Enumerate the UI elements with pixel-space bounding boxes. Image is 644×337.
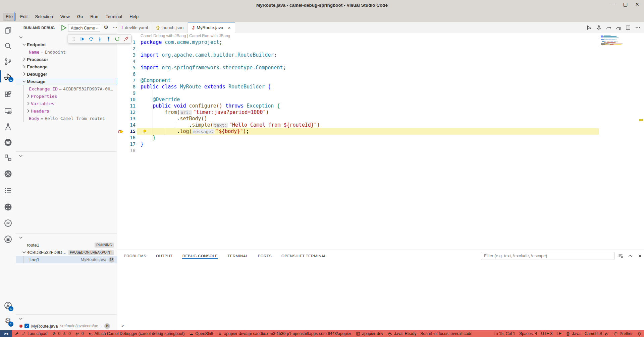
call-stack-row-route1[interactable]: route1RUNNING (16, 241, 117, 249)
debug-console-filter-input[interactable] (481, 252, 614, 260)
code-line-12[interactable]: from(uri:"timer:java?period=1000") (141, 109, 320, 116)
gear-icon[interactable]: ⚙ (104, 25, 108, 30)
code-line-3[interactable]: import org.apache.camel.builder.RouteBui… (141, 52, 320, 58)
step-out-button[interactable] (104, 35, 112, 43)
rocket-icon[interactable] (596, 25, 602, 30)
variable-row-properties[interactable]: Properties (16, 92, 117, 100)
breakpoints-section-header[interactable] (16, 315, 117, 322)
line-number[interactable]: 16 (117, 135, 136, 141)
status-camel-ls[interactable]: Camel LS (583, 330, 611, 337)
line-number[interactable]: 4 (117, 58, 136, 65)
activity-remote-explorer[interactable] (0, 104, 16, 118)
lightbulb-icon[interactable] (142, 129, 147, 134)
status-language-mode[interactable]: {}Java (563, 330, 582, 337)
line-number[interactable]: 5 (117, 65, 136, 71)
variable-row-variables[interactable]: Variables (16, 100, 117, 107)
more-actions-icon[interactable]: ⋯ (112, 25, 117, 30)
activity-references[interactable] (0, 151, 16, 164)
status-sonarlint[interactable]: SonarLint focus: overall code (418, 330, 474, 337)
close-icon[interactable]: ✕ (635, 1, 639, 7)
code-editor[interactable]: Camel Debug with JBang | Camel Run with … (117, 33, 644, 250)
step-into-button[interactable] (96, 35, 104, 43)
line-numbers-gutter[interactable]: 123456789101112131415161718 (117, 39, 136, 154)
variable-row-name[interactable]: Name=Endpoint (16, 48, 117, 56)
disconnect-button[interactable] (122, 35, 130, 43)
variable-row-message[interactable]: Message (16, 78, 117, 85)
code-line-5[interactable]: import org.springframework.stereotype.Co… (141, 65, 320, 71)
activity-testing[interactable] (0, 120, 16, 133)
panel-tab-terminal[interactable]: TERMINAL (227, 251, 248, 261)
activity-sync-extension[interactable] (0, 200, 16, 214)
status-encoding[interactable]: UTF-8 (539, 330, 554, 337)
code-line-14[interactable]: .simple(text:"Hello Camel from ${routeId… (141, 122, 320, 128)
line-number[interactable]: 10 (117, 96, 136, 103)
line-number[interactable]: 8 (117, 84, 136, 90)
activity-source-control[interactable] (0, 55, 16, 68)
close-tab-icon[interactable]: × (228, 25, 231, 30)
call-stack-row-4cbd3f53[interactable]: 4CBD3F532FD9D…PAUSED ON BREAKPOINT (16, 249, 117, 256)
line-number[interactable]: 14 (117, 122, 136, 128)
status-indentation[interactable]: Spaces: 4 (517, 330, 539, 337)
restart-button[interactable] (113, 35, 121, 43)
menu-run[interactable]: Run (87, 13, 101, 20)
continue-button[interactable] (78, 35, 86, 43)
status-openshift[interactable]: ☁OpenShift (186, 330, 215, 337)
code-line-8[interactable]: public class MyRoute extends RouteBuilde… (141, 84, 320, 90)
activity-settings[interactable]: ⚙1 (0, 314, 16, 328)
variable-row-exchange[interactable]: Exchange (16, 63, 117, 70)
panel-tab-openshift-terminal[interactable]: OPENSHIFT TERMINAL (281, 251, 327, 261)
code-line-17[interactable]: } (141, 141, 320, 147)
activity-github[interactable] (0, 232, 16, 246)
minimap[interactable] (601, 35, 622, 47)
line-number[interactable]: 18 (117, 147, 136, 154)
filter-list-icon[interactable] (618, 253, 623, 259)
line-number[interactable]: 11 (117, 103, 136, 109)
variable-row-exchange-id[interactable]: Exchange ID=4CBD3F532FD9D7A-00… (16, 85, 117, 92)
code-line-9[interactable] (141, 90, 320, 96)
tab-launch.json[interactable]: {}launch.json (152, 22, 188, 33)
activity-kubernetes[interactable] (0, 167, 16, 181)
breakpoint-row[interactable]: ✓MyRoute.javasrc/main/java/com/ac…15 (16, 322, 117, 330)
code-line-7[interactable]: @Component (141, 77, 320, 84)
paused-breakpoint-arrow-icon[interactable] (118, 129, 124, 134)
menu-help[interactable]: Help (126, 13, 142, 20)
call-stack-row-log1[interactable]: log1MyRoute.java15 (16, 256, 117, 263)
panel-tab-debug-console[interactable]: DEBUG CONSOLE (182, 251, 218, 261)
status-eol[interactable]: LF (554, 330, 563, 337)
panel-tab-ports[interactable]: PORTS (258, 251, 272, 261)
variable-row-debugger[interactable]: Debugger (16, 70, 117, 78)
code-line-6[interactable] (141, 71, 320, 77)
menu-edit[interactable]: Edit (17, 13, 31, 20)
activity-checklist[interactable] (0, 184, 16, 197)
activity-accounts[interactable]: 1 (0, 299, 16, 312)
minimize-icon[interactable]: — (610, 1, 615, 7)
code-line-18[interactable] (141, 147, 320, 154)
status-prettier[interactable]: Prettier (611, 330, 635, 337)
split-editor-icon[interactable] (625, 25, 631, 30)
status-java-status[interactable]: Java: Ready (385, 330, 419, 337)
run-java-icon[interactable] (586, 25, 592, 30)
menu-go[interactable]: Go (74, 13, 86, 20)
status-cluster[interactable]: ≡apupier-dev/api-sandbox-m3-1530-p1-open… (215, 330, 354, 337)
maximize-icon[interactable]: ▢ (623, 1, 628, 7)
toolbar-drag-handle[interactable] (69, 35, 77, 43)
variable-row-processor[interactable]: Processor (16, 56, 117, 63)
status-problems[interactable]: ⊗0⚠0 (49, 330, 72, 337)
tab-MyRoute.java[interactable]: JMyRoute.java× (188, 22, 235, 33)
code-line-10[interactable]: @Override (141, 96, 320, 103)
status-cursor-position[interactable]: Ln 15, Col 1 (491, 330, 517, 337)
status-debug-session[interactable]: Attach Camel Debugger (camel-debug-sprin… (86, 330, 186, 337)
line-number[interactable]: 17 (117, 141, 136, 147)
activity-search[interactable] (0, 39, 16, 53)
watch-section-header[interactable] (16, 152, 117, 159)
line-number[interactable]: 9 (117, 90, 136, 96)
line-number[interactable]: 13 (117, 116, 136, 122)
menu-terminal[interactable]: Terminal (103, 13, 125, 20)
variable-row-body[interactable]: Body=Hello Camel from route1 (16, 115, 117, 122)
code-content[interactable]: package com.acme.myproject;import org.ap… (141, 39, 320, 154)
code-line-4[interactable] (141, 58, 320, 65)
code-line-1[interactable]: package com.acme.myproject; (141, 39, 320, 46)
tab-devfile.yaml[interactable]: !devfile.yaml (117, 22, 152, 33)
code-line-13[interactable]: .setBody() (141, 116, 320, 122)
start-debug-button[interactable] (60, 24, 67, 31)
